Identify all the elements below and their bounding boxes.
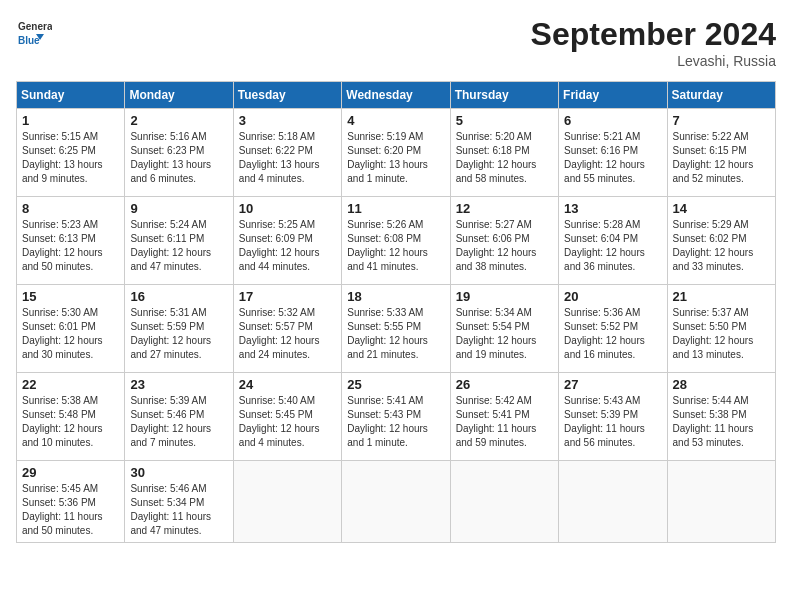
day-info: Sunrise: 5:26 AMSunset: 6:08 PMDaylight:… (347, 218, 444, 274)
calendar-cell: 29 Sunrise: 5:45 AMSunset: 5:36 PMDaylig… (17, 461, 125, 543)
day-info: Sunrise: 5:38 AMSunset: 5:48 PMDaylight:… (22, 394, 119, 450)
calendar-cell: 9 Sunrise: 5:24 AMSunset: 6:11 PMDayligh… (125, 197, 233, 285)
calendar-cell: 25 Sunrise: 5:41 AMSunset: 5:43 PMDaylig… (342, 373, 450, 461)
calendar-cell: 21 Sunrise: 5:37 AMSunset: 5:50 PMDaylig… (667, 285, 775, 373)
header-saturday: Saturday (667, 82, 775, 109)
calendar-cell: 18 Sunrise: 5:33 AMSunset: 5:55 PMDaylig… (342, 285, 450, 373)
header-tuesday: Tuesday (233, 82, 341, 109)
day-number: 7 (673, 113, 770, 128)
calendar-cell: 3 Sunrise: 5:18 AMSunset: 6:22 PMDayligh… (233, 109, 341, 197)
calendar-table: SundayMondayTuesdayWednesdayThursdayFrid… (16, 81, 776, 543)
day-info: Sunrise: 5:31 AMSunset: 5:59 PMDaylight:… (130, 306, 227, 362)
calendar-cell (667, 461, 775, 543)
day-info: Sunrise: 5:16 AMSunset: 6:23 PMDaylight:… (130, 130, 227, 186)
day-number: 13 (564, 201, 661, 216)
calendar-cell: 10 Sunrise: 5:25 AMSunset: 6:09 PMDaylig… (233, 197, 341, 285)
day-info: Sunrise: 5:24 AMSunset: 6:11 PMDaylight:… (130, 218, 227, 274)
calendar-cell: 19 Sunrise: 5:34 AMSunset: 5:54 PMDaylig… (450, 285, 558, 373)
logo: General Blue (16, 16, 52, 52)
calendar-cell: 27 Sunrise: 5:43 AMSunset: 5:39 PMDaylig… (559, 373, 667, 461)
calendar-cell: 22 Sunrise: 5:38 AMSunset: 5:48 PMDaylig… (17, 373, 125, 461)
calendar-cell: 8 Sunrise: 5:23 AMSunset: 6:13 PMDayligh… (17, 197, 125, 285)
svg-text:Blue: Blue (18, 35, 40, 46)
day-info: Sunrise: 5:20 AMSunset: 6:18 PMDaylight:… (456, 130, 553, 186)
day-info: Sunrise: 5:19 AMSunset: 6:20 PMDaylight:… (347, 130, 444, 186)
month-title: September 2024 (531, 16, 776, 53)
calendar-cell: 6 Sunrise: 5:21 AMSunset: 6:16 PMDayligh… (559, 109, 667, 197)
day-number: 17 (239, 289, 336, 304)
day-number: 5 (456, 113, 553, 128)
header-friday: Friday (559, 82, 667, 109)
calendar-cell: 15 Sunrise: 5:30 AMSunset: 6:01 PMDaylig… (17, 285, 125, 373)
calendar-cell: 23 Sunrise: 5:39 AMSunset: 5:46 PMDaylig… (125, 373, 233, 461)
day-number: 20 (564, 289, 661, 304)
day-info: Sunrise: 5:40 AMSunset: 5:45 PMDaylight:… (239, 394, 336, 450)
day-number: 23 (130, 377, 227, 392)
header-wednesday: Wednesday (342, 82, 450, 109)
week-row-3: 15 Sunrise: 5:30 AMSunset: 6:01 PMDaylig… (17, 285, 776, 373)
day-info: Sunrise: 5:34 AMSunset: 5:54 PMDaylight:… (456, 306, 553, 362)
calendar-cell: 7 Sunrise: 5:22 AMSunset: 6:15 PMDayligh… (667, 109, 775, 197)
day-number: 16 (130, 289, 227, 304)
day-number: 4 (347, 113, 444, 128)
day-info: Sunrise: 5:43 AMSunset: 5:39 PMDaylight:… (564, 394, 661, 450)
day-info: Sunrise: 5:23 AMSunset: 6:13 PMDaylight:… (22, 218, 119, 274)
header-monday: Monday (125, 82, 233, 109)
day-number: 11 (347, 201, 444, 216)
day-number: 18 (347, 289, 444, 304)
day-info: Sunrise: 5:18 AMSunset: 6:22 PMDaylight:… (239, 130, 336, 186)
calendar-cell: 16 Sunrise: 5:31 AMSunset: 5:59 PMDaylig… (125, 285, 233, 373)
calendar-cell (233, 461, 341, 543)
day-info: Sunrise: 5:15 AMSunset: 6:25 PMDaylight:… (22, 130, 119, 186)
day-info: Sunrise: 5:21 AMSunset: 6:16 PMDaylight:… (564, 130, 661, 186)
day-info: Sunrise: 5:25 AMSunset: 6:09 PMDaylight:… (239, 218, 336, 274)
day-info: Sunrise: 5:44 AMSunset: 5:38 PMDaylight:… (673, 394, 770, 450)
logo-svg: General Blue (16, 16, 52, 52)
day-number: 26 (456, 377, 553, 392)
calendar-cell: 12 Sunrise: 5:27 AMSunset: 6:06 PMDaylig… (450, 197, 558, 285)
day-info: Sunrise: 5:39 AMSunset: 5:46 PMDaylight:… (130, 394, 227, 450)
day-number: 24 (239, 377, 336, 392)
calendar-cell: 2 Sunrise: 5:16 AMSunset: 6:23 PMDayligh… (125, 109, 233, 197)
week-row-2: 8 Sunrise: 5:23 AMSunset: 6:13 PMDayligh… (17, 197, 776, 285)
day-info: Sunrise: 5:36 AMSunset: 5:52 PMDaylight:… (564, 306, 661, 362)
day-info: Sunrise: 5:46 AMSunset: 5:34 PMDaylight:… (130, 482, 227, 538)
day-number: 10 (239, 201, 336, 216)
day-info: Sunrise: 5:45 AMSunset: 5:36 PMDaylight:… (22, 482, 119, 538)
day-number: 9 (130, 201, 227, 216)
day-info: Sunrise: 5:27 AMSunset: 6:06 PMDaylight:… (456, 218, 553, 274)
day-info: Sunrise: 5:29 AMSunset: 6:02 PMDaylight:… (673, 218, 770, 274)
calendar-cell (342, 461, 450, 543)
location: Levashi, Russia (531, 53, 776, 69)
day-number: 22 (22, 377, 119, 392)
day-number: 15 (22, 289, 119, 304)
day-number: 27 (564, 377, 661, 392)
calendar-cell: 13 Sunrise: 5:28 AMSunset: 6:04 PMDaylig… (559, 197, 667, 285)
svg-text:General: General (18, 21, 52, 32)
calendar-cell: 4 Sunrise: 5:19 AMSunset: 6:20 PMDayligh… (342, 109, 450, 197)
day-number: 14 (673, 201, 770, 216)
day-info: Sunrise: 5:32 AMSunset: 5:57 PMDaylight:… (239, 306, 336, 362)
calendar-cell: 17 Sunrise: 5:32 AMSunset: 5:57 PMDaylig… (233, 285, 341, 373)
day-number: 12 (456, 201, 553, 216)
day-number: 28 (673, 377, 770, 392)
day-number: 8 (22, 201, 119, 216)
day-number: 30 (130, 465, 227, 480)
header-thursday: Thursday (450, 82, 558, 109)
day-number: 29 (22, 465, 119, 480)
title-block: September 2024 Levashi, Russia (531, 16, 776, 69)
day-info: Sunrise: 5:37 AMSunset: 5:50 PMDaylight:… (673, 306, 770, 362)
week-row-4: 22 Sunrise: 5:38 AMSunset: 5:48 PMDaylig… (17, 373, 776, 461)
day-number: 3 (239, 113, 336, 128)
calendar-cell: 20 Sunrise: 5:36 AMSunset: 5:52 PMDaylig… (559, 285, 667, 373)
day-info: Sunrise: 5:42 AMSunset: 5:41 PMDaylight:… (456, 394, 553, 450)
day-info: Sunrise: 5:33 AMSunset: 5:55 PMDaylight:… (347, 306, 444, 362)
calendar-cell: 28 Sunrise: 5:44 AMSunset: 5:38 PMDaylig… (667, 373, 775, 461)
day-info: Sunrise: 5:30 AMSunset: 6:01 PMDaylight:… (22, 306, 119, 362)
calendar-cell (559, 461, 667, 543)
day-number: 19 (456, 289, 553, 304)
calendar-cell (450, 461, 558, 543)
day-number: 6 (564, 113, 661, 128)
page-header: General Blue September 2024 Levashi, Rus… (16, 16, 776, 69)
calendar-cell: 11 Sunrise: 5:26 AMSunset: 6:08 PMDaylig… (342, 197, 450, 285)
